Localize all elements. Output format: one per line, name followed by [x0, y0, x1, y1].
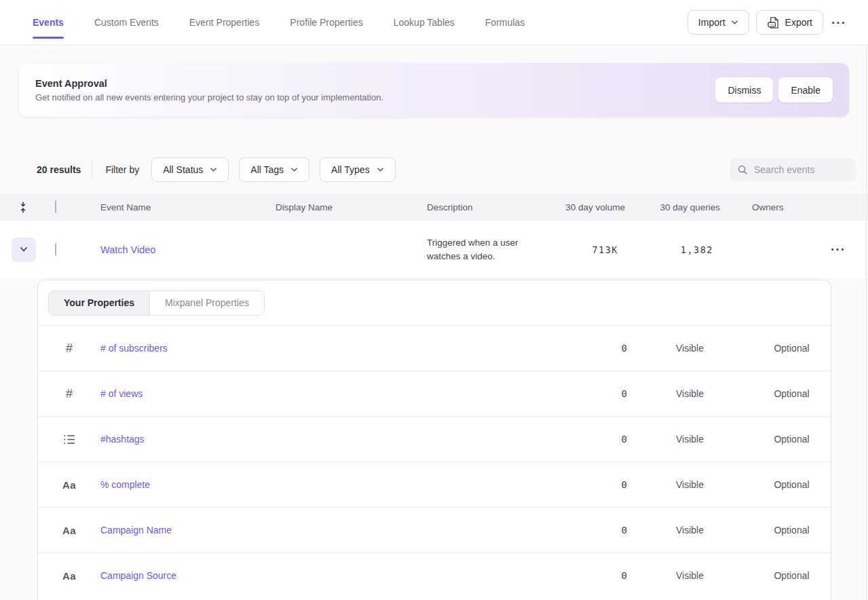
select-all-checkbox[interactable]	[55, 200, 56, 213]
tab-events[interactable]: Events	[33, 0, 64, 45]
property-visibility: Visible	[627, 525, 753, 536]
search-box	[730, 158, 856, 181]
property-name-link[interactable]: # of views	[100, 388, 143, 399]
tab-profile-properties[interactable]: Profile Properties	[290, 0, 362, 45]
status-filter-label: All Status	[163, 164, 203, 175]
page-right-edge	[866, 45, 867, 600]
export-button-label: Export	[785, 17, 812, 28]
number-type-icon: #	[66, 387, 73, 401]
property-row: #hashtags 0 Visible Optional	[38, 416, 831, 462]
ellipsis-icon: ···	[831, 242, 846, 257]
property-name-link[interactable]: Campaign Name	[100, 525, 172, 536]
property-row: # # of subscribers 0 Visible Optional	[38, 325, 831, 371]
display-name-column-header: Display Name	[263, 202, 415, 212]
event-queries-value: 1,382	[625, 244, 720, 255]
export-button[interactable]: csv Export	[756, 10, 823, 35]
property-sample-count: 0	[532, 570, 627, 581]
property-name-link[interactable]: Campaign Source	[100, 570, 176, 581]
queries-column-header: 30 day queries	[625, 202, 720, 212]
chevron-down-icon	[20, 246, 28, 252]
property-sample-count: 0	[532, 525, 627, 536]
properties-tabbar: Your Properties Mixpanel Properties	[38, 280, 831, 325]
row-more-options-button[interactable]: ···	[829, 240, 847, 259]
property-sample-count: 0	[532, 434, 627, 445]
property-requirement: Optional	[753, 343, 831, 354]
tab-your-properties[interactable]: Your Properties	[49, 291, 150, 315]
collapse-vertical-icon	[19, 202, 27, 213]
tags-filter-label: All Tags	[250, 164, 284, 175]
row-checkbox[interactable]	[55, 243, 56, 256]
event-description: Triggered when a user watches a video.	[415, 236, 531, 263]
expanded-event-details: Your Properties Mixpanel Properties # # …	[0, 278, 868, 600]
property-requirement: Optional	[753, 525, 831, 536]
chevron-down-icon	[377, 167, 384, 172]
volume-column-header: 30 day volume	[531, 202, 625, 212]
owners-column-header: Owners	[720, 202, 808, 212]
property-row: Aa Campaign Name 0 Visible Optional	[38, 507, 831, 552]
tab-lookup-tables[interactable]: Lookup Tables	[394, 0, 455, 45]
property-name-link[interactable]: # of subscribers	[100, 343, 168, 354]
property-visibility: Visible	[627, 570, 753, 581]
dismiss-button[interactable]: Dismiss	[715, 77, 773, 102]
nav-actions: Import csv Export ···	[687, 0, 848, 45]
number-type-icon: #	[66, 341, 73, 356]
top-navigation: Events Custom Events Event Properties Pr…	[0, 0, 868, 45]
tab-custom-events[interactable]: Custom Events	[94, 0, 159, 45]
banner-text: Event Approval Get notified on all new e…	[35, 78, 383, 102]
banner-actions: Dismiss Enable	[715, 77, 833, 102]
enable-button[interactable]: Enable	[778, 77, 833, 102]
chevron-down-icon	[731, 20, 738, 25]
results-count: 20 results	[37, 164, 81, 175]
collapse-all-rows-button[interactable]	[11, 198, 35, 217]
property-visibility: Visible	[627, 388, 753, 399]
collapse-row-button[interactable]	[12, 238, 36, 262]
status-filter-dropdown[interactable]: All Status	[151, 157, 229, 182]
event-name-link[interactable]: Watch Video	[100, 244, 155, 255]
chevron-down-icon	[210, 167, 217, 172]
event-name-column-header: Event Name	[88, 202, 263, 212]
lexicon-tabs: Events Custom Events Event Properties Pr…	[33, 0, 525, 45]
import-button[interactable]: Import	[687, 10, 749, 35]
events-table-header: Event Name Display Name Description 30 d…	[0, 193, 868, 221]
search-icon	[738, 165, 748, 175]
banner-description: Get notified on all new events entering …	[35, 92, 383, 102]
chevron-down-icon	[290, 167, 298, 172]
import-button-label: Import	[698, 17, 725, 28]
description-column-header: Description	[415, 202, 531, 212]
property-visibility: Visible	[627, 479, 753, 490]
filter-by-label: Filter by	[105, 164, 139, 175]
types-filter-label: All Types	[331, 164, 370, 175]
property-visibility: Visible	[627, 434, 753, 445]
banner-title: Event Approval	[35, 78, 383, 89]
property-visibility: Visible	[627, 343, 753, 354]
text-type-icon: Aa	[62, 570, 76, 582]
property-sample-count: 0	[532, 479, 627, 490]
search-input[interactable]	[754, 164, 848, 175]
ellipsis-icon: ···	[831, 16, 846, 30]
property-requirement: Optional	[753, 434, 831, 445]
more-options-button[interactable]: ···	[830, 14, 848, 32]
types-filter-dropdown[interactable]: All Types	[320, 157, 396, 182]
property-sample-count: 0	[532, 343, 627, 354]
property-row: # # of views 0 Visible Optional	[38, 371, 831, 416]
divider	[92, 160, 92, 179]
property-name-link[interactable]: #hashtags	[100, 434, 145, 445]
tags-filter-dropdown[interactable]: All Tags	[239, 157, 309, 182]
csv-file-icon: csv	[767, 16, 780, 29]
event-volume-value: 713K	[531, 244, 625, 255]
tab-formulas[interactable]: Formulas	[485, 0, 525, 45]
text-type-icon: Aa	[62, 525, 76, 536]
property-requirement: Optional	[753, 479, 831, 490]
svg-text:csv: csv	[769, 23, 774, 26]
text-type-icon: Aa	[62, 479, 76, 491]
event-approval-banner: Event Approval Get notified on all new e…	[19, 63, 849, 117]
tab-mixpanel-properties[interactable]: Mixpanel Properties	[150, 291, 264, 315]
property-requirement: Optional	[753, 570, 831, 581]
property-row: Aa % complete 0 Visible Optional	[38, 462, 831, 507]
property-sample-count: 0	[532, 388, 627, 399]
filter-toolbar: 20 results Filter by All Status All Tags…	[37, 157, 856, 182]
property-name-link[interactable]: % complete	[100, 479, 150, 490]
list-type-icon	[64, 434, 75, 445]
tab-event-properties[interactable]: Event Properties	[189, 0, 260, 45]
event-row-watch-video: Watch Video Triggered when a user watche…	[0, 221, 868, 278]
